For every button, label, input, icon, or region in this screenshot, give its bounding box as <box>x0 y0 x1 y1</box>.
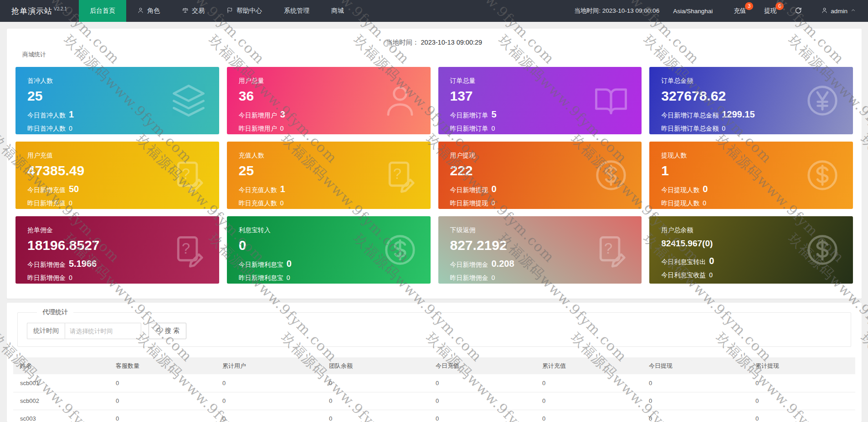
stat-time-input[interactable] <box>65 323 141 339</box>
dollar-icon <box>805 232 840 268</box>
edit-doc-icon: ? <box>171 158 206 193</box>
stat-card-yesterday-value: 0 <box>280 125 284 132</box>
nav-item-system[interactable]: 系统管理 <box>273 0 320 22</box>
user-icon <box>821 7 828 15</box>
svg-text:?: ? <box>182 166 190 182</box>
stat-card-yesterday-label: 昨日新增订单 <box>450 125 488 132</box>
cell-agent-name: sc003 <box>13 410 109 422</box>
layers-icon <box>171 83 206 118</box>
cell-value: 0 <box>535 410 642 422</box>
stat-card-yesterday-value: 0 <box>492 274 495 281</box>
stat-card-yesterday-value: 0 <box>722 125 725 132</box>
search-icon <box>155 327 162 335</box>
nav-item-label: 后台首页 <box>90 7 115 15</box>
column-header: 客服数量 <box>109 357 216 374</box>
cell-value: 0 <box>109 374 216 392</box>
stat-card: 用户总余额 82415.967(0) 今日利息宝转出0 今日利息宝收益0 <box>649 216 853 284</box>
stat-card: 订单总金额 327678.62 今日新增订单总金额1299.15 昨日新增订单总… <box>649 67 853 134</box>
admin-username: admin <box>831 8 847 15</box>
dollar-icon <box>593 158 629 193</box>
column-header: 今日提现 <box>642 357 749 374</box>
refresh-button[interactable] <box>795 7 802 15</box>
stat-card-yesterday-label: 昨日新增提现 <box>450 199 488 207</box>
svg-text:?: ? <box>604 240 612 257</box>
cell-value: 0 <box>216 392 322 410</box>
search-button-label: 搜 索 <box>165 327 180 335</box>
nav-local-time: 当地时间: 2023-10-13 09:00:06 <box>574 7 659 15</box>
stat-card-today-label: 今日新增用户 <box>239 112 277 119</box>
stat-card-today-value: 5.1966 <box>69 259 97 269</box>
panel-time-value: 2023-10-13 09:00:29 <box>421 39 483 46</box>
agent-filter-row: 统计时间 搜 索 <box>27 323 842 339</box>
stat-card-today-value: 0 <box>492 184 497 194</box>
nav-item-roles[interactable]: 角色 <box>126 0 171 22</box>
stat-card: 用户提现 222 今日新增提现0 昨日新增提现0 <box>438 142 642 209</box>
cell-value: 0 <box>322 374 429 392</box>
cell-value: 0 <box>216 410 322 422</box>
top-nav: 抢单演示站 V2.2.1 后台首页 角色 交易 帮助中心 系统管理 商城 当地时… <box>0 0 868 22</box>
cell-agent-name: scb002 <box>13 392 109 410</box>
stat-card-today-value: 50 <box>69 184 79 194</box>
stat-card-yesterday-label: 昨日充值人数 <box>239 199 277 207</box>
table-body: scb0010000000scb0020000000sc0030000000 <box>13 374 855 422</box>
stat-card-today-value: 1 <box>69 109 74 119</box>
stat-card-today-value: 0.208 <box>492 259 514 269</box>
panel-time-label: 当地时间： <box>386 39 419 46</box>
stat-card: 用户充值 47385.49 今日新增充值50 昨日新增充值0 ? <box>15 142 219 209</box>
svg-text:?: ? <box>182 240 190 257</box>
column-header: 姓名 <box>13 357 109 374</box>
stat-card-today-label: 今日新增佣金 <box>27 261 66 268</box>
stat-card-yesterday-value: 0 <box>709 271 713 279</box>
cell-value: 0 <box>429 374 535 392</box>
stat-card-yesterday-label: 昨日提现人数 <box>661 199 699 207</box>
search-button[interactable]: 搜 索 <box>149 323 186 339</box>
cell-value: 0 <box>749 374 855 392</box>
cell-value: 0 <box>749 392 855 410</box>
stat-card-yesterday-value: 0 <box>492 199 495 207</box>
column-header: 累计用户 <box>216 357 322 374</box>
cell-value: 0 <box>109 392 216 410</box>
cell-agent-name: scb001 <box>13 374 109 392</box>
stat-card-today-label: 今日首冲人数 <box>27 112 66 119</box>
app-title: 抢单演示站 <box>11 6 52 16</box>
stat-card-today-value: 0 <box>287 259 292 269</box>
column-header: 累计充值 <box>535 357 642 374</box>
stats-cards: 首冲人数 25 今日首冲人数1 昨日首冲人数0 用户总量 36 今日新增用户3 … <box>15 67 853 284</box>
stat-card: 下级返佣 827.2192 今日新增佣金0.208 昨日新增佣金0 ? <box>438 216 642 284</box>
svg-text:?: ? <box>393 166 401 182</box>
recharge-button[interactable]: 充值 3 <box>734 7 746 15</box>
cell-value: 0 <box>642 392 749 410</box>
local-time-value: 2023-10-13 09:00:06 <box>602 7 659 14</box>
nav-item-label: 角色 <box>147 7 160 15</box>
stat-card-today-label: 今日新增提现 <box>450 186 488 193</box>
edit-doc-icon: ? <box>382 158 418 193</box>
nav-item-trade[interactable]: 交易 <box>171 0 216 22</box>
nav-item-mall[interactable]: 商城 <box>320 0 355 22</box>
scales-icon <box>182 7 189 15</box>
user-icon <box>137 7 144 15</box>
stat-card: 首冲人数 25 今日首冲人数1 昨日首冲人数0 <box>15 67 219 134</box>
withdraw-button[interactable]: 提现 0 <box>764 7 776 15</box>
cell-value: 0 <box>429 392 535 410</box>
stat-card-today-value: 1 <box>280 184 285 194</box>
stat-card-yesterday-value: 0 <box>287 274 290 281</box>
stats-section-label: 商城统计 <box>22 51 46 59</box>
agent-panel: 代理统计 统计时间 搜 索 姓名客服数量累计用户团队余额今日充值累计充值今日提现… <box>7 303 862 422</box>
stats-panel: 当地时间：2023-10-13 09:00:29 商城统计 首冲人数 25 今日… <box>7 29 862 299</box>
stat-card: 提现人数 1 今日提现人数0 昨日提现人数0 <box>649 142 853 209</box>
flag-icon <box>226 7 233 15</box>
column-header: 今日充值 <box>429 357 535 374</box>
nav-item-label: 系统管理 <box>284 7 309 15</box>
stat-card-today-label: 今日利息宝转出 <box>661 258 706 265</box>
cell-value: 0 <box>535 374 642 392</box>
stat-card-yesterday-value: 0 <box>280 199 284 207</box>
nav-item-help[interactable]: 帮助中心 <box>216 0 273 22</box>
cell-value: 0 <box>322 410 429 422</box>
stat-card-yesterday-value: 0 <box>69 199 72 207</box>
stat-card-today-label: 今日新增充值 <box>27 186 66 193</box>
stat-card-yesterday-value: 0 <box>69 274 72 281</box>
stat-card: 用户总量 36 今日新增用户3 昨日新增用户0 <box>227 67 431 134</box>
admin-menu[interactable]: admin <box>821 7 856 15</box>
nav-item-home[interactable]: 后台首页 <box>79 0 126 22</box>
stat-card-today-value: 3 <box>280 109 285 119</box>
